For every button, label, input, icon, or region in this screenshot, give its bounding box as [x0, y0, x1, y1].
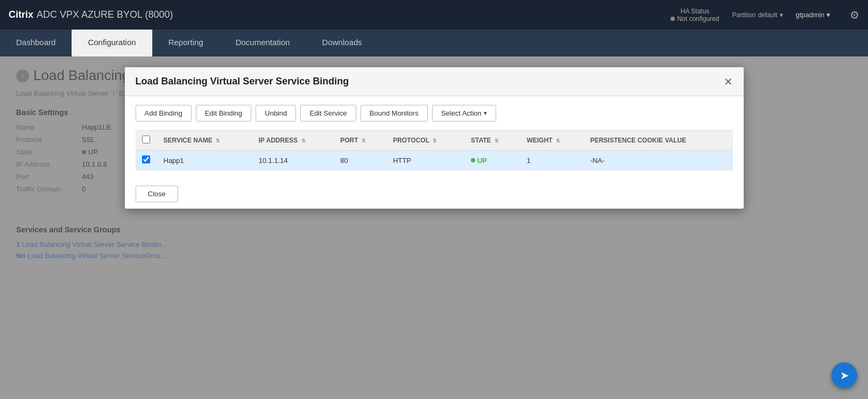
brand-rest: ADC VPX AZURE BYOL (8000) — [37, 9, 173, 20]
page-body: ‹ Load Balancing Virtual ... Load Balanc… — [0, 56, 868, 399]
cell-weight: 1 — [520, 151, 584, 170]
edit-service-button[interactable]: Edit Service — [300, 105, 356, 122]
user-menu[interactable]: gtpadmin ▾ — [796, 11, 830, 19]
modal-body: Add Binding Edit Binding Unbind Edit Ser… — [125, 96, 744, 179]
col-weight: WEIGHT ⇅ — [520, 131, 584, 151]
brand-citrix: Citrix — [9, 9, 33, 20]
top-bar-right: HA Status Not configured Partition defau… — [671, 8, 859, 23]
service-binding-table: SERVICE NAME ⇅ IP ADDRESS ⇅ PORT ⇅ — [136, 130, 733, 170]
nav-reporting[interactable]: Reporting — [152, 30, 220, 56]
col-service-name: SERVICE NAME ⇅ — [157, 131, 252, 151]
ha-status-label: HA Status — [671, 8, 719, 15]
partition-selector[interactable]: Partition default ▾ — [732, 11, 782, 19]
ha-status: HA Status Not configured — [671, 8, 719, 23]
bound-monitors-button[interactable]: Bound Monitors — [361, 105, 428, 122]
nav-downloads[interactable]: Downloads — [306, 30, 378, 56]
close-button[interactable]: Close — [136, 186, 178, 202]
cell-state: UP — [464, 151, 520, 170]
col-state: STATE ⇅ — [464, 131, 520, 151]
cell-service-name: Happ1 — [157, 151, 252, 170]
nav-configuration[interactable]: Configuration — [72, 30, 152, 56]
sort-icon[interactable]: ⇅ — [556, 138, 560, 144]
sort-icon[interactable]: ⇅ — [362, 138, 366, 144]
cell-protocol: HTTP — [386, 151, 464, 170]
modal-toolbar: Add Binding Edit Binding Unbind Edit Ser… — [136, 105, 733, 122]
modal-close-button[interactable]: ✕ — [724, 76, 733, 87]
cell-port: 80 — [334, 151, 386, 170]
table-header-row: SERVICE NAME ⇅ IP ADDRESS ⇅ PORT ⇅ — [136, 131, 733, 151]
col-ip-address: IP ADDRESS ⇅ — [252, 131, 334, 151]
ha-status-value: Not configured — [671, 15, 719, 23]
select-action-button[interactable]: Select Action ▾ — [432, 105, 496, 122]
sort-icon[interactable]: ⇅ — [495, 138, 499, 144]
gear-icon[interactable]: ⚙ — [850, 9, 859, 22]
fab-icon: ➤ — [840, 369, 849, 382]
chevron-down-icon: ▾ — [484, 110, 487, 117]
modal-header: Load Balancing Virtual Server Service Bi… — [125, 67, 744, 96]
unbind-button[interactable]: Unbind — [256, 105, 296, 122]
select-all-checkbox[interactable] — [142, 136, 150, 144]
sort-icon[interactable]: ⇅ — [301, 138, 306, 144]
col-persistence-cookie: PERSISTENCE COOKIE VALUE — [584, 131, 733, 151]
brand: Citrix ADC VPX AZURE BYOL (8000) — [9, 9, 671, 20]
cell-ip-address: 10.1.1.14 — [252, 151, 334, 170]
modal-overlay: Load Balancing Virtual Server Service Bi… — [0, 56, 868, 399]
chevron-down-icon: ▾ — [827, 11, 830, 19]
top-bar: Citrix ADC VPX AZURE BYOL (8000) HA Stat… — [0, 0, 868, 30]
chevron-down-icon: ▾ — [780, 11, 783, 19]
nav-dashboard[interactable]: Dashboard — [0, 30, 72, 56]
ha-status-dot — [671, 17, 675, 21]
table-row[interactable]: Happ1 10.1.1.14 80 HTTP UP 1 -NA- — [136, 151, 733, 170]
row-checkbox[interactable] — [142, 155, 150, 163]
col-port: PORT ⇅ — [334, 131, 386, 151]
nav-bar: Dashboard Configuration Reporting Docume… — [0, 30, 868, 56]
cell-persistence-cookie: -NA- — [584, 151, 733, 170]
modal: Load Balancing Virtual Server Service Bi… — [125, 67, 744, 209]
sort-icon[interactable]: ⇅ — [216, 138, 220, 144]
sort-icon[interactable]: ⇅ — [433, 138, 437, 144]
modal-footer: Close — [125, 179, 744, 209]
nav-documentation[interactable]: Documentation — [220, 30, 306, 56]
add-binding-button[interactable]: Add Binding — [136, 105, 192, 122]
edit-binding-button[interactable]: Edit Binding — [196, 105, 251, 122]
col-protocol: PROTOCOL ⇅ — [386, 131, 464, 151]
fab-button[interactable]: ➤ — [831, 362, 857, 388]
modal-title: Load Balancing Virtual Server Service Bi… — [136, 76, 349, 87]
